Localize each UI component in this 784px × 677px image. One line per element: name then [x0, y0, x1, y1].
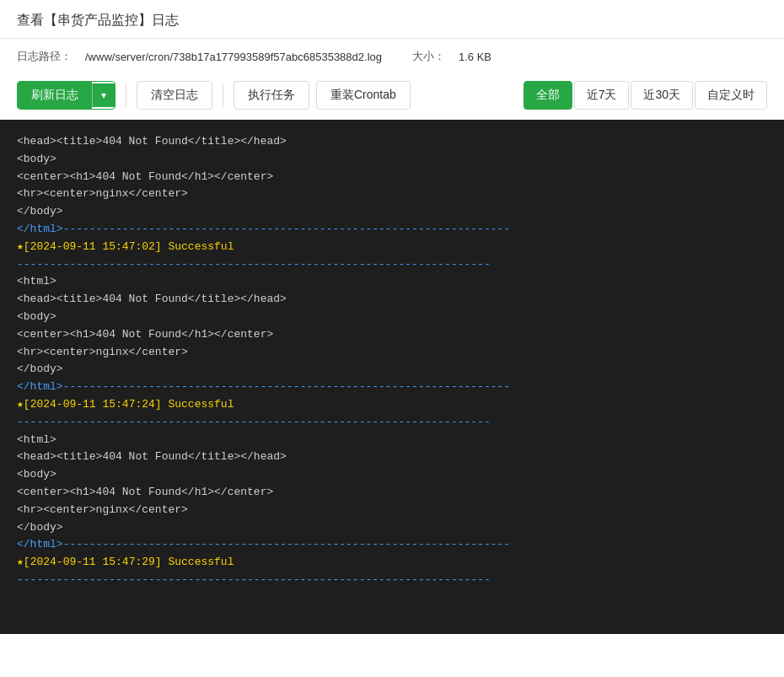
toolbar: 刷新日志 ▾ 清空日志 执行任务 重装Crontab 全部 近7天 近30天 自…	[0, 74, 784, 120]
log-line: ★[2024-09-11 15:47:24] Successful	[17, 396, 767, 414]
log-line: <html>	[17, 273, 767, 291]
log-line: <center><h1>404 Not Found</h1></center>	[17, 169, 767, 186]
clear-log-button[interactable]: 清空日志	[137, 81, 212, 110]
log-line: ----------------------------------------…	[17, 572, 767, 589]
log-line: </body>	[17, 361, 767, 379]
period-all-button[interactable]: 全部	[524, 81, 572, 110]
period-7d-button[interactable]: 近7天	[574, 81, 630, 110]
log-line: <hr><center>nginx</center>	[17, 185, 767, 203]
refresh-button-group: 刷新日志 ▾	[17, 81, 115, 110]
chevron-down-icon: ▾	[101, 89, 106, 101]
log-line: ★[2024-09-11 15:47:29] Successful	[17, 554, 767, 572]
log-line: <head><title>404 Not Found</title></head…	[17, 291, 767, 309]
log-line: </body>	[17, 203, 767, 221]
path-label: 日志路径：	[17, 49, 72, 64]
execute-task-button[interactable]: 执行任务	[234, 81, 309, 110]
log-line: <head><title>404 Not Found</title></head…	[17, 133, 767, 151]
path-value: /www/server/cron/738b17a177993589f57abc6…	[85, 51, 382, 63]
toolbar-left: 刷新日志 ▾ 清空日志 执行任务 重装Crontab	[17, 81, 411, 110]
log-line: ★[2024-09-11 15:47:02] Successful	[17, 239, 767, 256]
log-line: ----------------------------------------…	[17, 256, 767, 274]
log-line: <head><title>404 Not Found</title></head…	[17, 449, 767, 466]
refresh-dropdown-button[interactable]: ▾	[92, 83, 115, 107]
log-line: </html>---------------------------------…	[17, 536, 767, 554]
log-line: <center><h1>404 Not Found</h1></center>	[17, 326, 767, 344]
toolbar-divider-1	[126, 83, 126, 107]
toolbar-right: 全部 近7天 近30天 自定义时	[524, 81, 767, 110]
log-line: <body>	[17, 151, 767, 169]
toolbar-divider-2	[223, 83, 223, 107]
log-line: <html>	[17, 432, 767, 449]
log-line: </html>---------------------------------…	[17, 379, 767, 396]
meta-row: 日志路径： /www/server/cron/738b17a177993589f…	[0, 39, 784, 74]
period-custom-button[interactable]: 自定义时	[695, 81, 767, 110]
period-30d-button[interactable]: 近30天	[631, 81, 693, 110]
page-header: 查看【串货产品监控】日志	[0, 0, 784, 39]
log-line: <center><h1>404 Not Found</h1></center>	[17, 484, 767, 502]
log-line: ----------------------------------------…	[17, 414, 767, 432]
refresh-button[interactable]: 刷新日志	[18, 82, 92, 109]
log-line: <body>	[17, 309, 767, 326]
log-line: <body>	[17, 466, 767, 484]
reinstall-crontab-button[interactable]: 重装Crontab	[316, 81, 411, 110]
size-label: 大小：	[412, 49, 445, 64]
log-line: </html>---------------------------------…	[17, 221, 767, 239]
log-line: <hr><center>nginx</center>	[17, 344, 767, 362]
log-line: <hr><center>nginx</center>	[17, 502, 767, 519]
log-container: <head><title>404 Not Found</title></head…	[0, 120, 784, 634]
size-value: 1.6 KB	[459, 51, 491, 63]
page-title: 查看【串货产品监控】日志	[17, 12, 767, 30]
log-line: </body>	[17, 519, 767, 537]
